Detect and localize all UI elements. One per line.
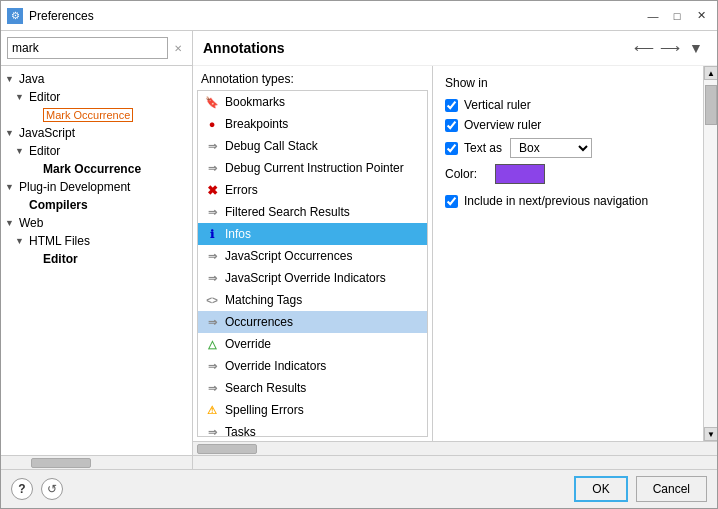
- tree-item-html-files[interactable]: ▼ HTML Files: [1, 232, 192, 250]
- text-as-checkbox[interactable]: [445, 142, 458, 155]
- tree-item-label: Plug-in Development: [19, 180, 130, 194]
- error-icon: ✖: [204, 182, 220, 198]
- nav-checkbox[interactable]: [445, 195, 458, 208]
- forward-button[interactable]: ⟶: [659, 37, 681, 59]
- ann-item-label: Filtered Search Results: [225, 205, 350, 219]
- ann-item-js-override[interactable]: ⇒ JavaScript Override Indicators: [198, 267, 427, 289]
- restore-button[interactable]: ↺: [41, 478, 63, 500]
- ann-item-label: JavaScript Override Indicators: [225, 271, 386, 285]
- color-swatch[interactable]: [495, 164, 545, 184]
- info-icon: ℹ: [204, 226, 220, 242]
- bookmark-icon: 🔖: [204, 94, 220, 110]
- scroll-track: [704, 80, 717, 427]
- ann-item-label: Search Results: [225, 381, 306, 395]
- ann-item-filtered[interactable]: ⇒ Filtered Search Results: [198, 201, 427, 223]
- close-button[interactable]: ✕: [691, 7, 711, 25]
- ann-item-debug-instr[interactable]: ⇒ Debug Current Instruction Pointer: [198, 157, 427, 179]
- tree-item-mark-occurrence-java[interactable]: Mark Occurrence: [1, 106, 192, 124]
- tree-item-label: Java: [19, 72, 44, 86]
- tree-item-label: Editor: [29, 90, 60, 104]
- tree-item-compilers[interactable]: Compilers: [1, 196, 192, 214]
- tree-item-label: Web: [19, 216, 43, 230]
- tree-item-javascript[interactable]: ▼ JavaScript: [1, 124, 192, 142]
- right-body: Annotation types: 🔖 Bookmarks ● Breakpoi…: [193, 66, 717, 441]
- override-icon: △: [204, 336, 220, 352]
- ann-item-breakpoints[interactable]: ● Breakpoints: [198, 113, 427, 135]
- debug-instr-icon: ⇒: [204, 160, 220, 176]
- matching-icon: <>: [204, 292, 220, 308]
- search-clear-icon[interactable]: ✕: [170, 40, 186, 56]
- help-button[interactable]: ?: [11, 478, 33, 500]
- spelling-icon: ⚠: [204, 402, 220, 418]
- search-input[interactable]: [7, 37, 168, 59]
- window-icon: ⚙: [7, 8, 23, 24]
- js-override-icon: ⇒: [204, 270, 220, 286]
- vertical-ruler-label[interactable]: Vertical ruler: [464, 98, 531, 112]
- text-as-select[interactable]: Box Underline Squiggly None: [510, 138, 592, 158]
- tree-item-html-editor[interactable]: Editor: [1, 250, 192, 268]
- ann-item-search-results[interactable]: ⇒ Search Results: [198, 377, 427, 399]
- scroll-down-button[interactable]: ▼: [704, 427, 717, 441]
- preferences-window: ⚙ Preferences — □ ✕ ✕ ▼ Java ▼ Edi: [0, 0, 718, 509]
- occurrences-icon: ⇒: [204, 314, 220, 330]
- scroll-up-button[interactable]: ▲: [704, 66, 717, 80]
- tree-item-js-editor[interactable]: ▼ Editor: [1, 142, 192, 160]
- scroll-thumb[interactable]: [705, 85, 717, 125]
- ann-item-label: Override: [225, 337, 271, 351]
- search-box: ✕: [1, 31, 192, 66]
- toggle-icon: ▼: [5, 182, 19, 192]
- tree-item-mark-occurrence-js[interactable]: Mark Occurrence: [1, 160, 192, 178]
- back-button[interactable]: ⟵: [633, 37, 655, 59]
- tree-item-label: JavaScript: [19, 126, 75, 140]
- ann-item-spelling[interactable]: ⚠ Spelling Errors: [198, 399, 427, 421]
- minimize-button[interactable]: —: [643, 7, 663, 25]
- tree-item-label: Editor: [43, 252, 78, 266]
- ann-item-label: Override Indicators: [225, 359, 326, 373]
- ann-item-infos[interactable]: ℹ Infos: [198, 223, 427, 245]
- tree-item-label: Mark Occurrence: [43, 162, 141, 176]
- window-title: Preferences: [29, 9, 643, 23]
- debug-call-icon: ⇒: [204, 138, 220, 154]
- js-occ-icon: ⇒: [204, 248, 220, 264]
- breakpoint-icon: ●: [204, 116, 220, 132]
- ann-item-errors[interactable]: ✖ Errors: [198, 179, 427, 201]
- tree-item-java-editor[interactable]: ▼ Editor: [1, 88, 192, 106]
- overview-ruler-checkbox[interactable]: [445, 119, 458, 132]
- ann-item-tasks[interactable]: ⇒ Tasks: [198, 421, 427, 437]
- ok-button[interactable]: OK: [574, 476, 627, 502]
- ann-item-occurrences[interactable]: ⇒ Occurrences: [198, 311, 427, 333]
- nav-label[interactable]: Include in next/previous navigation: [464, 194, 648, 208]
- ann-item-bookmarks[interactable]: 🔖 Bookmarks: [198, 91, 427, 113]
- right-toolbar: ⟵ ⟶ ▼: [633, 37, 707, 59]
- ann-item-debug-call[interactable]: ⇒ Debug Call Stack: [198, 135, 427, 157]
- horizontal-scroll-thumb[interactable]: [197, 444, 257, 454]
- dialog-actions: OK Cancel: [574, 476, 707, 502]
- ann-item-override[interactable]: △ Override: [198, 333, 427, 355]
- toggle-icon: ▼: [5, 218, 19, 228]
- panel-title: Annotations: [203, 40, 285, 56]
- horizontal-scrollbar[interactable]: [193, 442, 717, 455]
- ann-item-matching[interactable]: <> Matching Tags: [198, 289, 427, 311]
- tree-item-web[interactable]: ▼ Web: [1, 214, 192, 232]
- ann-item-override-ind[interactable]: ⇒ Override Indicators: [198, 355, 427, 377]
- title-bar: ⚙ Preferences — □ ✕: [1, 1, 717, 31]
- ann-item-label: Infos: [225, 227, 251, 241]
- tree-item-label: Compilers: [29, 198, 88, 212]
- vertical-ruler-checkbox[interactable]: [445, 99, 458, 112]
- tree-item-java[interactable]: ▼ Java: [1, 70, 192, 88]
- ann-item-js-occurrences[interactable]: ⇒ JavaScript Occurrences: [198, 245, 427, 267]
- menu-button[interactable]: ▼: [685, 37, 707, 59]
- left-scrollbar[interactable]: [1, 456, 193, 469]
- override-ind-icon: ⇒: [204, 358, 220, 374]
- cancel-button[interactable]: Cancel: [636, 476, 707, 502]
- ann-item-label: Bookmarks: [225, 95, 285, 109]
- vertical-scrollbar[interactable]: ▲ ▼: [703, 66, 717, 441]
- overview-ruler-label[interactable]: Overview ruler: [464, 118, 541, 132]
- annotation-list[interactable]: 🔖 Bookmarks ● Breakpoints ⇒ Debug Call S…: [197, 90, 428, 437]
- tree-item-plugin[interactable]: ▼ Plug-in Development: [1, 178, 192, 196]
- tree-item-label: HTML Files: [29, 234, 90, 248]
- maximize-button[interactable]: □: [667, 7, 687, 25]
- toggle-icon: ▼: [15, 146, 29, 156]
- left-scroll-thumb[interactable]: [31, 458, 91, 468]
- ann-item-label: Debug Current Instruction Pointer: [225, 161, 404, 175]
